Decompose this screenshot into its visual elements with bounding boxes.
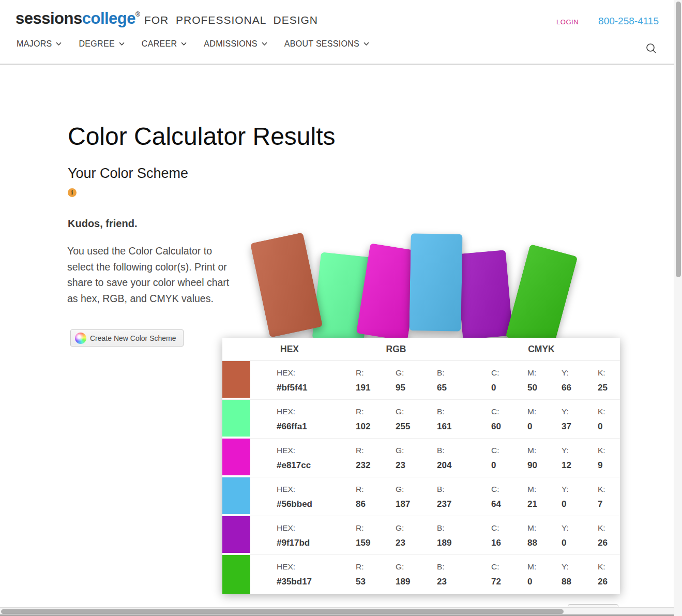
table-row: HEX: #9f17bd R: 159 G: 23 B: 189 C: 16 M… bbox=[222, 516, 620, 555]
m-value: 90 bbox=[527, 460, 562, 471]
k-value: 26 bbox=[598, 577, 620, 587]
r-value: 53 bbox=[356, 577, 396, 587]
vertical-scrollbar[interactable] bbox=[674, 0, 682, 616]
hex-cell: HEX: #9f17bd bbox=[250, 516, 356, 554]
color-table-body: HEX: #bf5f41 R: 191 G: 95 B: 65 C: 0 M: … bbox=[222, 361, 620, 594]
c-value: 0 bbox=[491, 460, 527, 471]
table-row: HEX: #35bd17 R: 53 G: 189 B: 23 C: 72 M:… bbox=[222, 555, 620, 594]
horizontal-scrollbar[interactable] bbox=[0, 607, 682, 616]
table-row: HEX: #e817cc R: 232 G: 23 B: 204 C: 0 M:… bbox=[222, 439, 620, 477]
b-cell: B: 189 bbox=[437, 516, 491, 554]
create-button-label: Create New Color Scheme bbox=[90, 334, 176, 342]
nav-item[interactable]: CAREER bbox=[142, 39, 187, 49]
r-label: R: bbox=[356, 562, 396, 572]
r-cell: R: 159 bbox=[356, 516, 396, 554]
logo-sessions: sessions bbox=[16, 9, 82, 27]
g-value: 23 bbox=[396, 460, 437, 471]
b-value: 65 bbox=[437, 383, 491, 393]
hex-cell: HEX: #56bbed bbox=[250, 477, 356, 516]
r-cell: R: 86 bbox=[356, 477, 396, 516]
nav-item[interactable]: DEGREE bbox=[79, 39, 124, 49]
nav-item[interactable]: MAJORS bbox=[17, 39, 62, 49]
nav-item[interactable]: ADMISSIONS bbox=[204, 39, 267, 49]
vertical-scrollbar-thumb[interactable] bbox=[676, 2, 681, 277]
chevron-down-icon bbox=[363, 42, 369, 46]
m-cell: M: 50 bbox=[527, 361, 562, 399]
y-value: 66 bbox=[562, 383, 598, 393]
horizontal-scrollbar-thumb[interactable] bbox=[1, 609, 564, 614]
m-value: 88 bbox=[527, 538, 562, 548]
y-cell: Y: 88 bbox=[562, 555, 598, 594]
g-cell: G: 187 bbox=[396, 477, 437, 516]
b-label: B: bbox=[437, 368, 491, 378]
y-value: 37 bbox=[562, 422, 598, 432]
nav-item-label: DEGREE bbox=[79, 39, 114, 49]
y-label: Y: bbox=[562, 368, 598, 378]
page-title: Color Calculator Results bbox=[68, 122, 336, 151]
m-value: 0 bbox=[527, 422, 562, 432]
nav-item-label: ADMISSIONS bbox=[204, 39, 257, 49]
swatch-cell bbox=[222, 400, 250, 438]
k-label: K: bbox=[598, 407, 620, 417]
c-cell: C: 0 bbox=[491, 439, 527, 477]
k-cell: K: 0 bbox=[598, 400, 620, 438]
phone-link[interactable]: 800-258-4115 bbox=[598, 16, 659, 27]
color-table-header: HEX RGB CMYK bbox=[222, 338, 620, 361]
intro-paragraph: You used the Color Calculator to select … bbox=[67, 243, 238, 306]
b-value: 189 bbox=[437, 538, 491, 548]
nav-item[interactable]: ABOUT SESSIONS bbox=[284, 39, 369, 49]
info-icon[interactable]: i bbox=[68, 188, 77, 197]
m-label: M: bbox=[527, 523, 562, 533]
y-cell: Y: 0 bbox=[562, 516, 598, 554]
site-header: sessionscollege®FOR PROFESSIONAL DESIGN … bbox=[0, 0, 674, 65]
r-value: 191 bbox=[356, 383, 396, 393]
k-cell: K: 26 bbox=[598, 516, 620, 554]
r-label: R: bbox=[356, 484, 396, 494]
swatch-cell bbox=[222, 555, 250, 594]
m-cell: M: 21 bbox=[527, 477, 562, 516]
b-cell: B: 65 bbox=[437, 361, 491, 399]
color-swatch bbox=[222, 439, 250, 475]
m-cell: M: 90 bbox=[527, 439, 562, 477]
c-cell: C: 72 bbox=[491, 555, 527, 594]
g-value: 189 bbox=[396, 577, 437, 587]
header-cmyk: CMYK bbox=[528, 344, 555, 355]
logo-tagline: FOR PROFESSIONAL DESIGN bbox=[144, 14, 318, 26]
c-value: 72 bbox=[491, 577, 527, 587]
c-cell: C: 64 bbox=[491, 477, 527, 516]
g-cell: G: 23 bbox=[396, 516, 437, 554]
color-swatch bbox=[222, 477, 250, 514]
create-new-color-scheme-button[interactable]: Create New Color Scheme bbox=[70, 329, 184, 347]
y-value: 0 bbox=[562, 538, 598, 548]
logo[interactable]: sessionscollege®FOR PROFESSIONAL DESIGN bbox=[16, 9, 318, 28]
login-link[interactable]: LOGIN bbox=[556, 18, 579, 26]
search-icon bbox=[645, 42, 657, 54]
swatch-cell bbox=[222, 477, 250, 516]
color-swatch bbox=[222, 555, 250, 594]
hex-cell: HEX: #35bd17 bbox=[250, 555, 356, 594]
hex-value: #35bd17 bbox=[277, 577, 356, 587]
b-label: B: bbox=[437, 445, 491, 456]
r-cell: R: 53 bbox=[356, 555, 396, 594]
header-utility: LOGIN 800-258-4115 bbox=[556, 16, 659, 27]
y-cell: Y: 66 bbox=[562, 361, 598, 399]
table-row: HEX: #56bbed R: 86 G: 187 B: 237 C: 64 M… bbox=[222, 477, 620, 516]
b-label: B: bbox=[437, 562, 491, 572]
m-label: M: bbox=[527, 562, 562, 572]
logo-registered-mark: ® bbox=[135, 11, 140, 18]
y-value: 88 bbox=[562, 577, 598, 587]
search-button[interactable] bbox=[645, 42, 658, 55]
hex-label: HEX: bbox=[277, 484, 356, 494]
c-label: C: bbox=[491, 562, 527, 572]
c-cell: C: 0 bbox=[491, 361, 527, 399]
b-label: B: bbox=[437, 407, 491, 417]
k-value: 25 bbox=[598, 383, 620, 393]
hex-value: #56bbed bbox=[277, 499, 356, 509]
hex-label: HEX: bbox=[277, 407, 356, 417]
r-value: 159 bbox=[356, 538, 396, 548]
kudos-heading: Kudos, friend. bbox=[68, 218, 137, 230]
y-label: Y: bbox=[562, 484, 598, 494]
g-label: G: bbox=[396, 562, 437, 572]
g-cell: G: 95 bbox=[396, 361, 437, 399]
c-label: C: bbox=[491, 368, 527, 378]
